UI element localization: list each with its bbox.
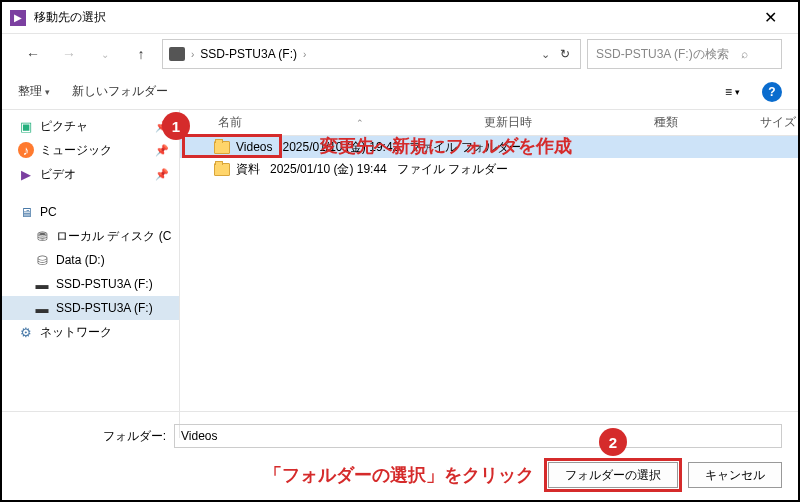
toolbar: 整理▾ 新しいフォルダー ≡▾ ?: [2, 74, 798, 110]
tree-item[interactable]: ▬SSD-PSTU3A (F:): [2, 272, 179, 296]
tree-item-label: SSD-PSTU3A (F:): [56, 277, 153, 291]
tree-item-label: ビデオ: [40, 166, 76, 183]
chevron-icon: ›: [191, 49, 194, 60]
nav-row: ← → ⌄ ↑ › SSD-PSTU3A (F:) › ⌄ ↻ SSD-PSTU…: [2, 34, 798, 74]
up-button[interactable]: ↑: [126, 40, 156, 68]
sort-arrow-icon: ⌃: [356, 118, 364, 128]
search-icon: ⌕: [741, 47, 748, 61]
drive-icon: [169, 47, 185, 61]
address-dropdown-icon[interactable]: ⌄: [541, 48, 550, 61]
tree-item-icon: ♪: [18, 142, 34, 158]
annotation-text-1: 変更先へ新規にフォルダを作成: [320, 134, 572, 158]
tree-item[interactable]: ▣ピクチャ📌: [2, 114, 179, 138]
pin-icon: 📌: [155, 144, 169, 157]
tree-item-label: PC: [40, 205, 57, 219]
search-placeholder: SSD-PSTU3A (F:)の検索: [596, 46, 729, 63]
col-type[interactable]: 種類: [644, 114, 750, 131]
annotation-text-2: 「フォルダーの選択」をクリック: [264, 463, 534, 487]
app-icon: ▶: [10, 10, 26, 26]
forward-button[interactable]: →: [54, 40, 84, 68]
file-type: ファイル フォルダー: [387, 161, 508, 178]
history-dropdown-icon[interactable]: ⌄: [90, 40, 120, 68]
address-path: SSD-PSTU3A (F:): [200, 47, 297, 61]
file-list: 名前⌃ 更新日時 種類 サイズ Videos2025/01/10 (金) 19:…: [180, 110, 798, 438]
tree-item-label: ミュージック: [40, 142, 112, 159]
tree-item[interactable]: 🖥PC: [2, 200, 179, 224]
search-input[interactable]: SSD-PSTU3A (F:)の検索 ⌕: [587, 39, 782, 69]
refresh-button[interactable]: ↻: [556, 47, 574, 61]
tree-item-icon: 🖥: [18, 204, 34, 220]
folder-label: フォルダー:: [18, 428, 166, 445]
tree-item-label: ピクチャ: [40, 118, 88, 135]
tree-item[interactable]: ⛃ローカル ディスク (C: [2, 224, 179, 248]
new-folder-button[interactable]: 新しいフォルダー: [72, 83, 168, 100]
annotation-badge-1: 1: [162, 112, 190, 140]
annotation-box-1: [182, 134, 282, 158]
tree-item-label: ローカル ディスク (C: [56, 228, 171, 245]
file-name: 資料: [236, 161, 260, 178]
tree-item[interactable]: ⛁Data (D:): [2, 248, 179, 272]
annotation-badge-2: 2: [599, 428, 627, 456]
tree-item[interactable]: ⚙ネットワーク: [2, 320, 179, 344]
tree-item[interactable]: ♪ミュージック📌: [2, 138, 179, 162]
tree-item-icon: ⚙: [18, 324, 34, 340]
close-button[interactable]: ✕: [750, 4, 790, 32]
main-area: ▣ピクチャ📌♪ミュージック📌▶ビデオ📌🖥PC⛃ローカル ディスク (C⛁Data…: [2, 110, 798, 438]
tree-item-icon: ▬: [34, 300, 50, 316]
tree-item-label: ネットワーク: [40, 324, 112, 341]
tree-item-icon: ⛃: [34, 228, 50, 244]
col-size[interactable]: サイズ: [750, 114, 798, 131]
file-row[interactable]: 資料2025/01/10 (金) 19:44ファイル フォルダー: [180, 158, 798, 180]
folder-input[interactable]: Videos: [174, 424, 782, 448]
back-button[interactable]: ←: [18, 40, 48, 68]
tree-item-icon: ⛁: [34, 252, 50, 268]
view-button[interactable]: ≡▾: [725, 85, 740, 99]
window-title: 移動先の選択: [34, 9, 750, 26]
folder-icon: [214, 163, 230, 176]
titlebar: ▶ 移動先の選択 ✕: [2, 2, 798, 34]
footer: フォルダー: Videos 「フォルダーの選択」をクリック 2 フォルダーの選択…: [2, 411, 798, 500]
tree-item[interactable]: ▶ビデオ📌: [2, 162, 179, 186]
help-button[interactable]: ?: [762, 82, 782, 102]
tree-item-icon: ▶: [18, 166, 34, 182]
annotation-box-2: [544, 458, 682, 492]
chevron-icon: ›: [303, 49, 306, 60]
organize-button[interactable]: 整理▾: [18, 83, 50, 100]
tree-item-label: SSD-PSTU3A (F:): [56, 301, 153, 315]
cancel-button[interactable]: キャンセル: [688, 462, 782, 488]
tree-item[interactable]: ▬SSD-PSTU3A (F:): [2, 296, 179, 320]
col-date[interactable]: 更新日時: [474, 114, 644, 131]
col-name[interactable]: 名前⌃: [180, 114, 474, 131]
pin-icon: 📌: [155, 168, 169, 181]
tree-item-icon: ▬: [34, 276, 50, 292]
nav-tree: ▣ピクチャ📌♪ミュージック📌▶ビデオ📌🖥PC⛃ローカル ディスク (C⛁Data…: [2, 110, 180, 438]
file-date: 2025/01/10 (金) 19:44: [260, 161, 387, 178]
column-headers: 名前⌃ 更新日時 種類 サイズ: [180, 110, 798, 136]
address-bar[interactable]: › SSD-PSTU3A (F:) › ⌄ ↻: [162, 39, 581, 69]
tree-item-label: Data (D:): [56, 253, 105, 267]
tree-item-icon: ▣: [18, 118, 34, 134]
